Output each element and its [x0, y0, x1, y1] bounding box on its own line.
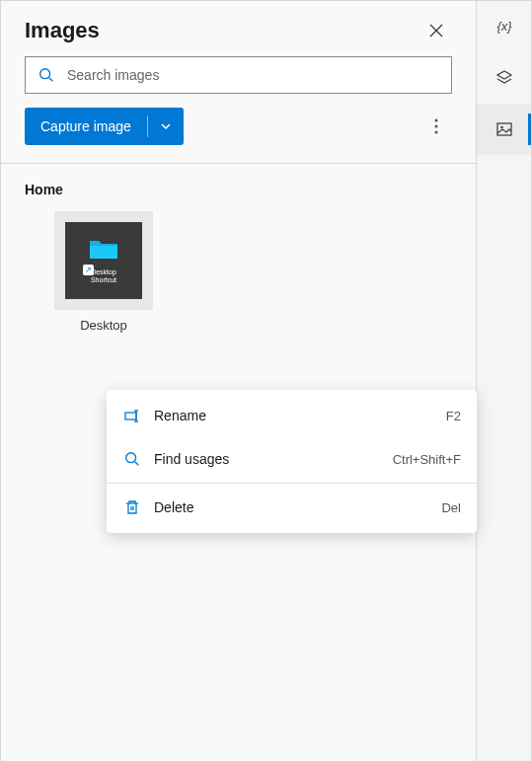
menu-shortcut: Ctrl+Shift+F — [393, 452, 461, 467]
image-icon — [494, 119, 514, 139]
menu-label: Rename — [154, 408, 434, 423]
image-name: Desktop — [80, 318, 127, 333]
folder-icon — [88, 237, 119, 267]
panel-title: Images — [25, 18, 100, 43]
svg-point-7 — [500, 126, 503, 129]
search-icon — [38, 66, 55, 84]
image-thumbnail[interactable]: ↗ Desktop Shortcut — [54, 211, 153, 310]
svg-point-3 — [435, 125, 438, 128]
svg-text:{x}: {x} — [496, 19, 512, 34]
menu-shortcut: Del — [441, 500, 461, 515]
close-button[interactable] — [420, 15, 452, 46]
menu-shortcut: F2 — [446, 409, 461, 423]
menu-label: Delete — [154, 499, 429, 515]
search-input[interactable] — [67, 67, 439, 83]
more-vertical-icon — [434, 118, 438, 134]
rename-icon — [122, 407, 142, 424]
close-icon — [429, 24, 443, 38]
capture-image-button[interactable]: Capture image — [25, 108, 184, 145]
shortcut-overlay-icon: ↗ — [83, 265, 94, 275]
image-item[interactable]: ↗ Desktop Shortcut Desktop — [54, 211, 153, 333]
menu-item-find-usages[interactable]: Find usages Ctrl+Shift+F — [107, 437, 477, 481]
search-box[interactable] — [25, 56, 452, 94]
capture-dropdown-button[interactable] — [148, 108, 184, 145]
toolbar: Capture image — [1, 108, 476, 163]
menu-label: Find usages — [154, 451, 381, 467]
menu-divider — [107, 483, 477, 484]
content-area: Home ↗ Desktop Shortcut Desktop — [1, 164, 476, 350]
menu-item-delete[interactable]: Delete Del — [107, 486, 477, 529]
search-icon — [122, 450, 142, 468]
sidebar-item-images[interactable] — [477, 104, 531, 155]
variables-icon: {x} — [494, 17, 514, 37]
delete-icon — [122, 498, 142, 516]
svg-line-1 — [49, 78, 53, 82]
search-container — [1, 56, 476, 108]
sidebar-item-layers[interactable] — [477, 52, 531, 104]
capture-image-label[interactable]: Capture image — [25, 108, 147, 145]
svg-point-2 — [435, 119, 438, 122]
svg-point-4 — [435, 131, 438, 134]
sidebar-item-variables[interactable]: {x} — [477, 1, 531, 52]
images-panel: Images Capture image Home — [0, 0, 477, 762]
section-title: Home — [25, 182, 452, 197]
thumbnail-inner-label: Desktop Shortcut — [91, 268, 116, 284]
overflow-menu-button[interactable] — [420, 111, 452, 142]
svg-point-12 — [126, 453, 136, 463]
right-sidebar: {x} — [477, 0, 532, 762]
svg-point-0 — [40, 69, 50, 79]
svg-rect-8 — [125, 413, 136, 419]
chevron-down-icon — [160, 120, 172, 132]
panel-header: Images — [1, 1, 476, 56]
menu-item-rename[interactable]: Rename F2 — [107, 394, 477, 437]
thumbnail-preview: ↗ Desktop Shortcut — [65, 222, 142, 299]
svg-line-13 — [135, 462, 139, 466]
layers-icon — [494, 68, 514, 88]
context-menu: Rename F2 Find usages Ctrl+Shift+F Delet… — [107, 390, 477, 533]
